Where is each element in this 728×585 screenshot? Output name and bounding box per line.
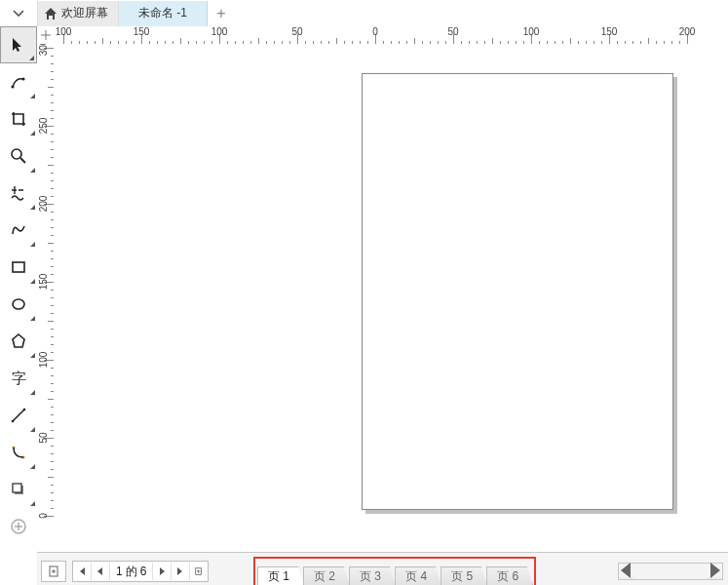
next-page-button[interactable]	[153, 563, 172, 580]
home-icon	[44, 7, 57, 20]
page-tab-3[interactable]: 页 3	[349, 566, 396, 585]
tool-rectangle[interactable]	[0, 249, 37, 286]
artistic-media-tool-icon	[10, 221, 27, 239]
toolbox: 字	[0, 26, 38, 585]
status-bar: 1 的 6 页 1页 2页 3页 4页 5页 6	[37, 552, 728, 585]
drop-shadow-tool-icon	[10, 481, 27, 498]
last-page-button[interactable]	[172, 563, 190, 580]
ruler-h-label: 50	[291, 26, 302, 37]
page-tab-5[interactable]: 页 5	[441, 566, 487, 585]
customize-toolbox-button[interactable]	[0, 508, 37, 545]
current-page-number: 1	[116, 565, 123, 578]
tool-curve[interactable]	[0, 212, 37, 249]
flyout-indicator-icon	[30, 279, 35, 284]
tab-welcome-screen[interactable]: 欢迎屏幕	[38, 1, 119, 26]
svg-point-0	[11, 85, 14, 88]
svg-point-4	[13, 299, 24, 309]
ruler-h-label: 50	[447, 26, 458, 37]
svg-point-2	[12, 149, 21, 159]
horizontal-ruler[interactable]: 10015010050050100150200	[54, 26, 728, 45]
ellipse-tool-icon	[10, 295, 27, 313]
page-tab-label: 页 1	[268, 568, 289, 585]
document-tab-bar: 欢迎屏幕 未命名 -1 +	[0, 0, 728, 27]
rectangle-tool-icon	[10, 258, 27, 276]
tab-untitled-document[interactable]: 未命名 -1	[119, 1, 208, 26]
ruler-h-label: 100	[523, 26, 540, 37]
total-pages-number: 6	[140, 565, 147, 578]
tool-connector[interactable]	[0, 434, 37, 471]
flyout-indicator-icon	[29, 56, 34, 60]
svg-point-7	[23, 409, 26, 411]
page-navigator: 1 的 6	[72, 561, 209, 582]
horizontal-scrollbar[interactable]	[618, 563, 723, 580]
page-rectangle	[362, 73, 673, 510]
scroll-left-button[interactable]	[619, 564, 634, 577]
scrollbar-track[interactable]	[634, 564, 707, 579]
page-tab-label: 页 2	[314, 568, 335, 585]
tab-untitled-label: 未命名 -1	[138, 5, 187, 21]
add-page-button-left[interactable]	[41, 561, 66, 582]
page-tab-label: 页 3	[360, 568, 381, 585]
tool-ellipse[interactable]	[0, 286, 37, 323]
flyout-indicator-icon	[30, 205, 35, 210]
canvas-area[interactable]	[54, 44, 728, 552]
tool-dropshadow[interactable]	[0, 471, 37, 508]
ruler-h-label: 100	[211, 26, 228, 37]
plus-icon: +	[216, 5, 225, 22]
pick-tool-icon	[10, 36, 27, 54]
tool-text[interactable]: 字	[0, 360, 37, 397]
page-tab-4[interactable]: 页 4	[395, 566, 441, 585]
page-tabs-highlight-box: 页 1页 2页 3页 4页 5页 6	[253, 557, 536, 585]
flyout-indicator-icon	[30, 353, 35, 358]
ruler-h-label: 200	[679, 26, 696, 37]
tool-crop[interactable]	[0, 100, 37, 137]
freehand-tool-icon	[10, 184, 27, 202]
page-tab-label: 页 6	[497, 568, 518, 585]
page-of-label: 的	[126, 564, 137, 580]
dimension-tool-icon	[10, 407, 27, 424]
flyout-indicator-icon	[30, 316, 35, 321]
svg-point-6	[12, 420, 15, 423]
tool-shape-edit[interactable]	[0, 63, 37, 100]
tool-polygon[interactable]	[0, 323, 37, 360]
ruler-v-label: 300	[38, 44, 49, 56]
tool-freehand[interactable]	[0, 175, 37, 212]
ruler-h-label: 0	[372, 26, 378, 37]
menu-button[interactable]	[0, 0, 38, 26]
svg-rect-3	[13, 262, 24, 272]
new-document-tab-button[interactable]: +	[208, 1, 235, 26]
polygon-tool-icon	[10, 332, 27, 350]
page-tab-label: 页 4	[405, 568, 427, 585]
connector-tool-icon	[10, 444, 27, 461]
app-root: 欢迎屏幕 未命名 -1 + 字 10015010050050100150200 …	[0, 0, 728, 585]
flyout-indicator-icon	[30, 390, 35, 395]
ruler-h-label: 150	[601, 26, 618, 37]
tab-welcome-label: 欢迎屏幕	[61, 5, 108, 21]
crop-tool-icon	[10, 110, 27, 128]
prev-page-button[interactable]	[92, 563, 110, 580]
scroll-right-button[interactable]	[707, 564, 722, 577]
flyout-indicator-icon	[30, 427, 35, 432]
add-page-after-button[interactable]	[190, 563, 208, 580]
svg-text:字: 字	[12, 370, 26, 386]
first-page-button[interactable]	[73, 563, 92, 580]
shape-tool-icon	[10, 73, 27, 91]
page-readout: 1 的 6	[110, 563, 153, 580]
flyout-indicator-icon	[30, 501, 35, 506]
tool-line[interactable]	[0, 397, 37, 434]
page-tab-1[interactable]: 页 1	[257, 566, 304, 585]
svg-point-1	[21, 77, 24, 80]
ruler-origin-button[interactable]	[37, 26, 55, 45]
text-tool-icon: 字	[10, 370, 27, 387]
page-tab-2[interactable]: 页 2	[303, 566, 350, 585]
tool-zoom[interactable]	[0, 137, 37, 175]
ruler-v-label: 150	[38, 274, 49, 291]
page-tab-6[interactable]: 页 6	[486, 566, 533, 585]
ruler-h-label: 150	[134, 26, 150, 37]
ruler-v-label: 200	[38, 196, 49, 213]
flyout-indicator-icon	[30, 242, 35, 247]
ruler-v-label: 0	[38, 513, 49, 519]
vertical-ruler[interactable]: 300250200150100500	[37, 44, 55, 552]
flyout-indicator-icon	[30, 94, 35, 98]
tool-pick[interactable]	[0, 26, 37, 63]
